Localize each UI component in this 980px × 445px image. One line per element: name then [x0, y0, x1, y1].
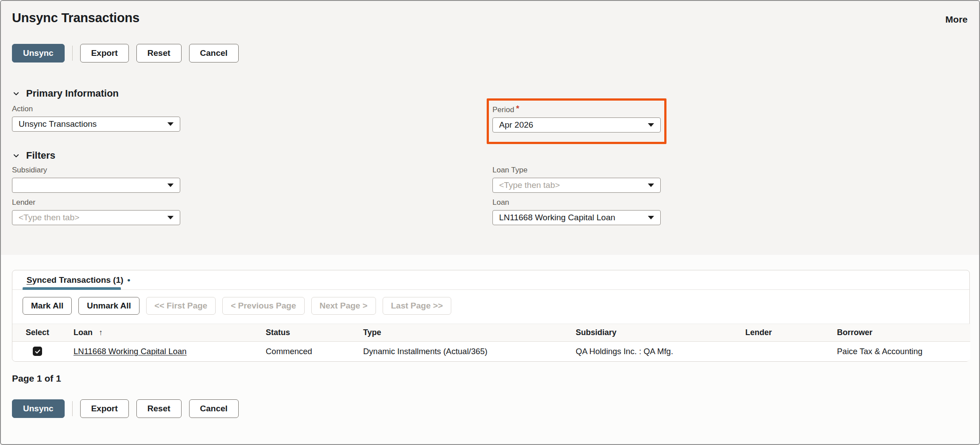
- dropdown-caret-icon: [648, 183, 654, 187]
- table-row: LN11668 Working Capital Loan Commenced D…: [12, 342, 970, 361]
- unsync-transactions-page: Unsync Transactions More Unsync Export R…: [0, 0, 980, 445]
- lender-placeholder: <Type then tab>: [19, 213, 164, 222]
- tab-synced-transactions[interactable]: Synced Transactions (1)•: [27, 275, 130, 285]
- filters-section-header[interactable]: Filters: [12, 150, 55, 161]
- type-cell: Dynamic Installments (Actual/365): [363, 342, 576, 361]
- action-label: Action: [12, 105, 180, 113]
- subsidiary-label: Subsidiary: [12, 166, 180, 175]
- column-header-status: Status: [266, 324, 363, 342]
- subsidiary-field-group: Subsidiary: [12, 166, 180, 193]
- primary-information-heading: Primary Information: [26, 88, 119, 99]
- toolbar-divider: [72, 401, 73, 416]
- loan-select[interactable]: LN11668 Working Capital Loan: [492, 210, 661, 225]
- loan-label: Loan: [492, 198, 661, 207]
- subsidiary-select[interactable]: [12, 178, 180, 193]
- period-label: Period*: [492, 105, 661, 114]
- period-select[interactable]: Apr 2026: [492, 117, 661, 133]
- lender-select[interactable]: <Type then tab>: [12, 210, 180, 225]
- chevron-down-icon: [12, 90, 20, 98]
- first-page-button[interactable]: << First Page: [146, 297, 216, 315]
- dropdown-caret-icon: [648, 123, 654, 127]
- previous-page-button[interactable]: < Previous Page: [222, 297, 304, 315]
- period-field-group: Period* Apr 2026: [492, 105, 661, 133]
- reset-button[interactable]: Reset: [136, 44, 182, 62]
- tab-strip: Synced Transactions (1)•: [12, 270, 969, 290]
- subsidiary-cell: QA Holdings Inc. : QA Mfg.: [576, 342, 745, 361]
- synced-transactions-panel: Synced Transactions (1)• Mark All Unmark…: [12, 270, 970, 362]
- action-field-group: Action Unsync Transactions: [12, 105, 180, 132]
- mark-all-button[interactable]: Mark All: [23, 297, 72, 315]
- required-asterisk: *: [516, 104, 519, 113]
- cancel-button[interactable]: Cancel: [189, 44, 239, 62]
- tab-label: ynced Transactions (1): [32, 275, 124, 285]
- next-page-button[interactable]: Next Page >: [311, 297, 376, 315]
- export-button-bottom[interactable]: Export: [80, 399, 129, 418]
- more-button[interactable]: More: [945, 14, 968, 25]
- table-header-row: Select Loan↑ Status Type Subsidiary Lend…: [12, 324, 970, 342]
- column-header-select: Select: [12, 324, 74, 342]
- period-highlight-box: Period* Apr 2026: [487, 98, 666, 144]
- lender-cell: [745, 342, 837, 361]
- unsync-button[interactable]: Unsync: [12, 44, 65, 62]
- transactions-table: Select Loan↑ Status Type Subsidiary Lend…: [12, 324, 970, 361]
- last-page-button[interactable]: Last Page >>: [383, 297, 451, 315]
- row-select-checkbox[interactable]: [33, 347, 42, 356]
- column-header-subsidiary: Subsidiary: [576, 324, 745, 342]
- checkmark-icon: [35, 348, 41, 355]
- filters-heading: Filters: [26, 150, 55, 161]
- page-info: Page 1 of 1: [12, 373, 61, 384]
- header-form-section: Unsync Transactions More Unsync Export R…: [1, 1, 979, 255]
- loan-type-placeholder: <Type then tab>: [499, 180, 644, 190]
- toolbar-divider: [72, 46, 73, 61]
- sort-ascending-icon: ↑: [99, 328, 103, 337]
- primary-information-section-header[interactable]: Primary Information: [12, 88, 119, 99]
- export-button[interactable]: Export: [80, 44, 129, 62]
- loan-type-label: Loan Type: [492, 166, 661, 175]
- dropdown-caret-icon: [167, 216, 174, 219]
- bottom-action-toolbar: Unsync Export Reset Cancel: [12, 399, 239, 418]
- dropdown-caret-icon: [167, 183, 174, 187]
- loan-type-select[interactable]: <Type then tab>: [492, 178, 661, 193]
- tab-accel-letter: S: [27, 275, 32, 285]
- loan-record-link[interactable]: LN11668 Working Capital Loan: [74, 347, 186, 356]
- lender-field-group: Lender <Type then tab>: [12, 198, 180, 225]
- chevron-down-icon: [12, 152, 20, 160]
- reset-button-bottom[interactable]: Reset: [136, 399, 182, 418]
- borrower-cell: Paice Tax & Accounting: [837, 342, 970, 361]
- unsync-button-bottom[interactable]: Unsync: [12, 399, 65, 418]
- action-value: Unsync Transactions: [19, 119, 164, 129]
- dropdown-caret-icon: [648, 216, 654, 219]
- loan-field-group: Loan LN11668 Working Capital Loan: [492, 198, 661, 225]
- column-header-borrower: Borrower: [837, 324, 970, 342]
- page-title: Unsync Transactions: [12, 11, 139, 25]
- column-header-loan[interactable]: Loan↑: [74, 324, 266, 342]
- dropdown-caret-icon: [167, 122, 174, 126]
- cancel-button-bottom[interactable]: Cancel: [189, 399, 239, 418]
- active-tab-indicator: [23, 287, 121, 290]
- loan-value: LN11668 Working Capital Loan: [499, 213, 644, 222]
- column-header-type: Type: [363, 324, 576, 342]
- list-toolbar: Mark All Unmark All << First Page < Prev…: [12, 290, 969, 324]
- status-cell: Commenced: [266, 342, 363, 361]
- tab-modified-dot: •: [128, 275, 131, 285]
- loan-type-field-group: Loan Type <Type then tab>: [492, 166, 661, 193]
- top-action-toolbar: Unsync Export Reset Cancel: [12, 44, 239, 62]
- lender-label: Lender: [12, 198, 180, 207]
- unmark-all-button[interactable]: Unmark All: [78, 297, 139, 315]
- column-header-lender: Lender: [745, 324, 837, 342]
- action-select[interactable]: Unsync Transactions: [12, 117, 180, 132]
- period-value: Apr 2026: [499, 120, 644, 130]
